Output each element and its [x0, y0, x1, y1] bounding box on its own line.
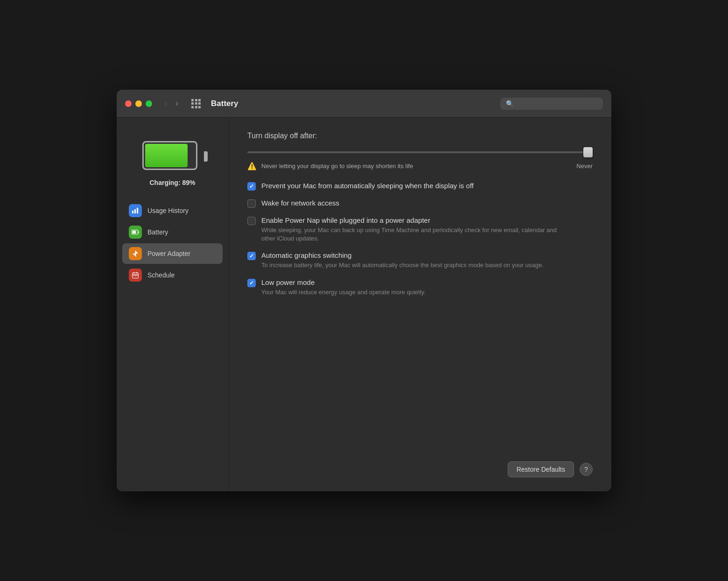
grid-dot — [191, 102, 194, 105]
content-area: Turn display off after: ⚠️ Never letting… — [229, 118, 611, 491]
battery-icon — [142, 141, 203, 171]
sidebar-item-power-adapter[interactable]: Power Adapter — [122, 243, 223, 264]
display-off-label: Turn display off after: — [247, 132, 593, 140]
svg-rect-10 — [133, 274, 138, 275]
sidebar: Charging: 89% Usage History — [117, 118, 229, 491]
grid-dot — [195, 99, 197, 101]
wake-network-title: Wake for network access — [261, 199, 339, 207]
search-box[interactable]: 🔍 — [500, 98, 603, 110]
display-sleep-slider[interactable] — [247, 151, 593, 153]
system-preferences-window: ‹ › Battery 🔍 — [117, 90, 611, 491]
low-power-desc: Your Mac will reduce energy usage and op… — [261, 288, 426, 297]
warning-icon: ⚠️ — [247, 162, 257, 170]
wake-network-text-block: Wake for network access — [261, 199, 339, 207]
svg-rect-8 — [133, 272, 134, 274]
battery-status-label: Charging: 89% — [149, 179, 195, 186]
warning-text: Never letting your display go to sleep m… — [261, 163, 572, 170]
option-auto-graphics: Automatic graphics switching To increase… — [247, 251, 593, 269]
sidebar-nav: Usage History Battery — [117, 200, 228, 285]
back-button[interactable]: ‹ — [161, 98, 170, 109]
option-prevent-sleep: Prevent your Mac from automatically slee… — [247, 182, 593, 191]
svg-rect-9 — [137, 272, 138, 274]
low-power-text-block: Low power mode Your Mac will reduce ener… — [261, 278, 426, 297]
usage-history-icon — [129, 204, 142, 217]
restore-defaults-button[interactable]: Restore Defaults — [508, 461, 574, 477]
auto-graphics-text-block: Automatic graphics switching To increase… — [261, 251, 544, 269]
grid-dot — [198, 99, 201, 101]
sidebar-item-schedule[interactable]: Schedule — [122, 265, 223, 285]
display-sleep-slider-container — [247, 147, 593, 155]
prevent-sleep-checkbox[interactable] — [247, 182, 256, 191]
option-power-nap: Enable Power Nap while plugged into a po… — [247, 216, 593, 243]
svg-rect-1 — [134, 209, 136, 213]
battery-nav-icon — [129, 226, 142, 239]
search-input[interactable] — [518, 100, 597, 107]
sidebar-item-label: Power Adapter — [147, 250, 190, 257]
grid-dot — [191, 106, 194, 108]
content-footer: Restore Defaults ? — [247, 452, 593, 477]
power-nap-checkbox[interactable] — [247, 217, 256, 225]
svg-rect-5 — [138, 231, 139, 233]
titlebar: ‹ › Battery 🔍 — [117, 90, 611, 118]
sidebar-item-label: Battery — [147, 228, 168, 236]
minimize-button[interactable] — [135, 100, 142, 107]
power-nap-desc: While sleeping, your Mac can back up usi… — [261, 226, 565, 243]
battery-body — [142, 141, 197, 170]
maximize-button[interactable] — [146, 100, 152, 107]
svg-rect-11 — [133, 275, 134, 276]
forward-button[interactable]: › — [173, 98, 181, 109]
wake-network-checkbox[interactable] — [247, 199, 256, 208]
grid-icon[interactable] — [191, 99, 201, 108]
search-icon: 🔍 — [506, 100, 514, 107]
svg-rect-4 — [133, 231, 136, 234]
traffic-lights — [125, 100, 152, 107]
never-label: Never — [576, 163, 593, 170]
sidebar-item-battery[interactable]: Battery — [122, 222, 223, 242]
prevent-sleep-text-block: Prevent your Mac from automatically slee… — [261, 182, 474, 190]
battery-tip — [204, 151, 208, 162]
grid-dot — [195, 106, 197, 108]
sidebar-item-label: Schedule — [147, 271, 175, 279]
power-nap-text-block: Enable Power Nap while plugged into a po… — [261, 216, 565, 243]
svg-rect-12 — [135, 275, 136, 276]
auto-graphics-checkbox[interactable] — [247, 252, 256, 260]
grid-dot — [198, 106, 201, 108]
page-title: Battery — [211, 99, 495, 108]
sidebar-item-usage-history[interactable]: Usage History — [122, 200, 223, 221]
grid-dot — [191, 99, 194, 101]
prevent-sleep-title: Prevent your Mac from automatically slee… — [261, 182, 474, 190]
auto-graphics-title: Automatic graphics switching — [261, 251, 544, 259]
warning-row: ⚠️ Never letting your display go to slee… — [247, 162, 593, 170]
schedule-icon — [129, 269, 142, 282]
svg-marker-6 — [133, 250, 138, 257]
svg-rect-13 — [137, 275, 138, 276]
power-adapter-icon — [129, 247, 142, 260]
main-body: Charging: 89% Usage History — [117, 118, 611, 491]
close-button[interactable] — [125, 100, 132, 107]
low-power-title: Low power mode — [261, 278, 426, 286]
option-wake-network: Wake for network access — [247, 199, 593, 208]
power-nap-title: Enable Power Nap while plugged into a po… — [261, 216, 565, 224]
option-low-power: Low power mode Your Mac will reduce ener… — [247, 278, 593, 297]
grid-dot — [198, 102, 201, 105]
battery-fill — [145, 144, 188, 167]
help-button[interactable]: ? — [580, 463, 593, 476]
grid-dot — [195, 102, 197, 105]
nav-buttons: ‹ › — [161, 98, 181, 109]
svg-rect-0 — [132, 211, 133, 213]
svg-rect-2 — [137, 208, 138, 213]
auto-graphics-desc: To increase battery life, your Mac will … — [261, 261, 544, 269]
low-power-checkbox[interactable] — [247, 279, 256, 287]
sidebar-item-label: Usage History — [147, 207, 189, 214]
